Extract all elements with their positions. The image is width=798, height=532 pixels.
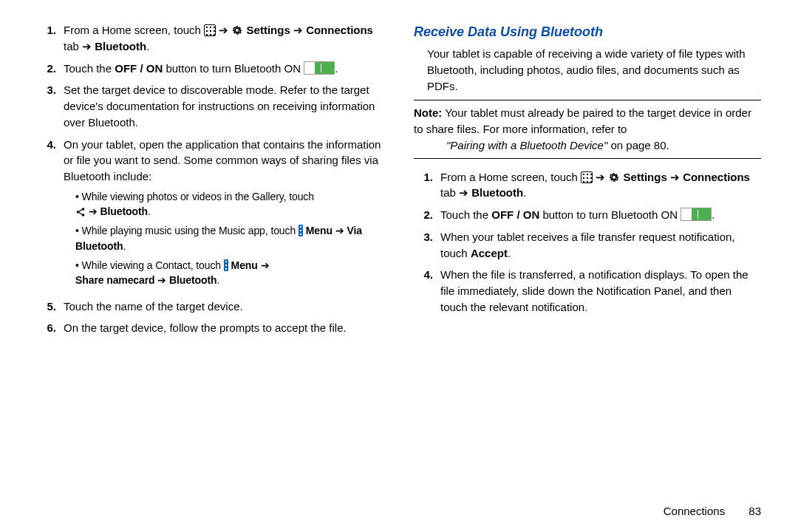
list-item: 5. Touch the name of the target device. (37, 299, 384, 315)
footer-page-number: 83 (748, 505, 761, 517)
step-number: 6. (37, 320, 64, 336)
step-number: 3. (37, 82, 64, 130)
step-body: Set the target device to discoverable mo… (64, 82, 384, 130)
list-item: 1. From a Home screen, touch Settings Co… (414, 169, 761, 202)
step-body: When the file is transferred, a notifica… (440, 267, 761, 315)
left-steps: 1. From a Home screen, touch Settings Co… (37, 22, 384, 336)
arrow-icon (596, 171, 608, 183)
list-item: 1. From a Home screen, touch Settings Co… (37, 22, 384, 55)
arrow-icon (670, 171, 683, 183)
page: 1. From a Home screen, touch Settings Co… (0, 0, 798, 532)
right-steps: 1. From a Home screen, touch Settings Co… (414, 169, 761, 316)
step-body: Touch the OFF / ON button to turn Blueto… (440, 207, 761, 223)
page-footer: Connections 83 (37, 497, 761, 517)
intro-paragraph: Your tablet is capable of receiving a wi… (414, 46, 761, 94)
note-reference: "Pairing with a Bluetooth Device" (446, 139, 607, 151)
step-number: 1. (414, 169, 440, 202)
arrow-icon (293, 24, 306, 36)
left-column: 1. From a Home screen, touch Settings Co… (37, 22, 384, 497)
arrow-icon (89, 205, 100, 217)
menu-icon (299, 225, 303, 236)
step-body: Touch the OFF / ON button to turn Blueto… (64, 61, 384, 77)
sub-list-item: While playing music using the Music app,… (75, 223, 384, 253)
toggle-on-icon (681, 208, 712, 221)
step-number: 1. (37, 22, 64, 55)
right-column: Receive Data Using Bluetooth Your tablet… (414, 22, 761, 497)
step-number: 2. (414, 207, 440, 223)
arrow-icon (459, 186, 471, 199)
arrow-icon (261, 259, 270, 271)
step-number: 4. (414, 267, 440, 315)
step-number: 5. (37, 299, 64, 315)
menu-icon (224, 259, 228, 271)
arrow-icon (335, 225, 347, 236)
list-item: 3. When your tablet receives a file tran… (414, 229, 761, 262)
step-number: 3. (414, 229, 440, 262)
settings-icon (231, 24, 243, 36)
list-item: 2. Touch the OFF / ON button to turn Blu… (414, 207, 761, 223)
sub-list-item: While viewing a Contact, touch Menu Shar… (75, 258, 384, 288)
step-number: 4. (37, 137, 64, 293)
step-body: From a Home screen, touch Settings Conne… (64, 22, 384, 55)
step-number: 2. (37, 61, 64, 77)
list-item: 4. On your tablet, open the application … (37, 137, 384, 293)
arrow-icon (219, 24, 231, 36)
sub-list: While viewing photos or videos in the Ga… (64, 189, 384, 288)
step-body: On your tablet, open the application tha… (64, 137, 384, 293)
arrow-icon (82, 40, 95, 52)
list-item: 6. On the target device, follow the prom… (37, 320, 384, 336)
toggle-on-icon (304, 61, 335, 75)
arrow-icon (157, 274, 169, 286)
sub-list-item: While viewing photos or videos in the Ga… (75, 189, 384, 219)
share-icon (75, 207, 86, 217)
columns: 1. From a Home screen, touch Settings Co… (37, 22, 761, 497)
apps-icon (581, 171, 593, 183)
step-body: On the target device, follow the prompts… (64, 320, 384, 336)
section-heading: Receive Data Using Bluetooth (414, 22, 761, 41)
settings-icon (608, 171, 620, 183)
step-body: When your tablet receives a file transfe… (440, 229, 761, 262)
note-block: Note: Your tablet must already be paired… (414, 100, 761, 158)
list-item: 2. Touch the OFF / ON button to turn Blu… (37, 61, 384, 77)
step-body: From a Home screen, touch Settings Conne… (440, 169, 761, 202)
apps-icon (204, 24, 216, 36)
note-label: Note: (414, 106, 442, 119)
footer-section: Connections (664, 505, 725, 517)
list-item: 4. When the file is transferred, a notif… (414, 267, 761, 315)
list-item: 3. Set the target device to discoverable… (37, 82, 384, 130)
step-body: Touch the name of the target device. (64, 299, 384, 315)
